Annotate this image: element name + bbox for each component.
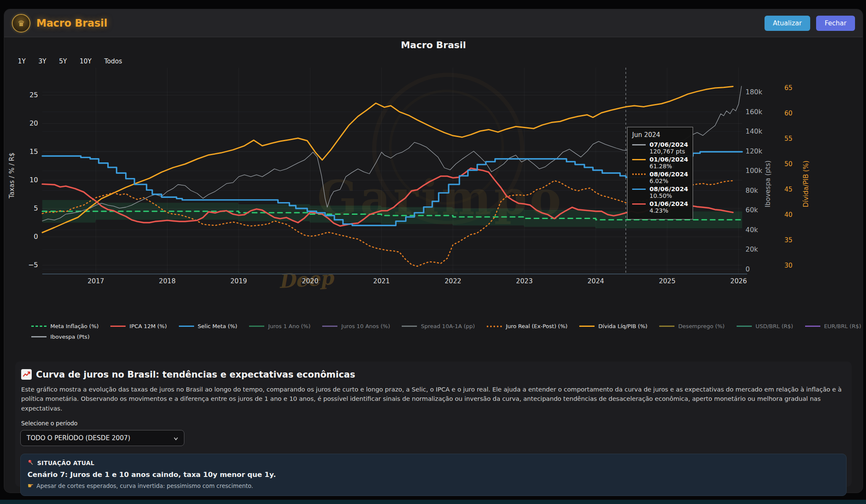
legend-row-1: Meta Inflação (%) IPCA 12M (%) Selic Met… — [31, 323, 691, 329]
legend-item[interactable]: Desemprego (%) — [659, 323, 725, 329]
legend-swatch-icon — [31, 336, 47, 337]
situacao-tip: Apesar de cortes esperados, curva invert… — [36, 482, 253, 489]
legend-swatch-icon — [249, 326, 264, 327]
x-axis-tick: 2024 — [587, 277, 604, 285]
left-axis-tick: 20 — [16, 119, 38, 127]
x-axis-tick: 2025 — [659, 277, 675, 285]
situacao-title: SITUAÇÃO ATUAL — [37, 460, 94, 466]
tooltip-row: 01/06/2024 4.23% — [632, 200, 688, 214]
left-axis-tick: 0 — [16, 233, 38, 241]
chart-plot-area[interactable] — [4, 9, 863, 360]
x-axis-tick: 2023 — [516, 277, 532, 285]
divida-axis-tick: 35 — [784, 236, 792, 244]
ibovespa-axis-tick: 100k — [745, 167, 762, 175]
legend-swatch-icon — [110, 326, 126, 327]
x-axis-tick: 2021 — [373, 277, 390, 285]
ibovespa-axis-tick: 20k — [745, 245, 758, 253]
info-paragraph: Este gráfico mostra a evolução das taxas… — [21, 385, 846, 413]
ibovespa-axis-title: Ibovespa (pts) — [764, 160, 772, 207]
divida-axis-title: Dívida/PIB (%) — [802, 161, 810, 208]
legend-swatch-icon — [31, 326, 47, 327]
legend-label: Selic Meta (%) — [198, 323, 238, 329]
tooltip-swatch-icon — [632, 173, 646, 175]
legend-label: Juros 1 Ano (%) — [268, 323, 310, 329]
x-axis-tick: 2022 — [444, 277, 461, 285]
tooltip-swatch-icon — [632, 189, 646, 190]
hover-tooltip: Jun 2024 07/06/2024 120,767 pts — [627, 127, 693, 219]
left-axis-tick: 5 — [16, 204, 38, 212]
legend-row-2: Ibovespa (Pts) — [31, 334, 691, 340]
ibovespa-axis-tick: 60k — [745, 206, 758, 214]
left-axis-tick: −5 — [16, 261, 38, 269]
legend-swatch-icon — [659, 326, 674, 327]
legend-item[interactable]: Dívida Líq/PIB (%) — [579, 323, 647, 329]
divida-axis-tick: 60 — [784, 110, 792, 117]
legend-label: Spread 10A-1A (pp) — [421, 323, 475, 329]
legend-label: IPCA 12M (%) — [129, 323, 167, 329]
ibovespa-axis-tick: 120k — [745, 147, 762, 155]
divida-axis-tick: 40 — [784, 211, 792, 219]
chevron-down-icon — [173, 436, 179, 443]
legend-label: Dívida Líq/PIB (%) — [598, 323, 647, 329]
legend-label: Juros 10 Anos (%) — [341, 323, 390, 329]
legend-label: Desemprego (%) — [678, 323, 725, 329]
legend-swatch-icon — [737, 326, 752, 327]
ibovespa-axis-tick: 0 — [745, 265, 750, 273]
ibovespa-axis-tick: 40k — [745, 226, 758, 234]
legend-item[interactable]: Juros 10 Anos (%) — [322, 323, 390, 329]
legend-item[interactable]: Juros 1 Ano (%) — [249, 323, 310, 329]
divida-axis-tick: 65 — [784, 84, 792, 92]
legend-item[interactable]: Juro Real (Ex-Post) (%) — [487, 323, 567, 329]
tooltip-date: 01/06/2024 — [650, 156, 688, 163]
legend-swatch-icon — [402, 326, 417, 327]
tooltip-swatch-icon — [632, 159, 646, 160]
chart-up-icon — [21, 369, 32, 380]
bottom-accent-strip — [0, 500, 866, 504]
tooltip-swatch-icon — [632, 144, 646, 145]
left-axis-title: Taxas / % / R$ — [8, 153, 16, 199]
legend-item[interactable]: USD/BRL (R$) — [737, 323, 793, 329]
divida-axis-tick: 30 — [784, 262, 792, 269]
x-axis-tick: 2017 — [88, 277, 104, 285]
ibovespa-axis-tick: 180k — [745, 88, 762, 96]
legend-label: Ibovespa (Pts) — [50, 334, 90, 340]
legend-label: Juro Real (Ex-Post) (%) — [506, 323, 567, 329]
tooltip-row: 01/06/2024 61.28% — [632, 156, 688, 170]
tooltip-value: 10.50% — [650, 192, 688, 199]
tooltip-value: 61.28% — [650, 163, 688, 170]
legend-item[interactable]: IPCA 12M (%) — [110, 323, 167, 329]
legend-item[interactable]: Spread 10A-1A (pp) — [402, 323, 475, 329]
tooltip-row: 07/06/2024 120,767 pts — [632, 141, 688, 155]
situacao-box: SITUAÇÃO ATUAL Cenário 7: Juros de 1 e 1… — [20, 454, 847, 496]
point-right-icon: ☛ — [27, 482, 33, 490]
left-axis-tick: 25 — [16, 91, 38, 99]
legend-swatch-icon — [322, 326, 337, 327]
divida-axis-tick: 45 — [784, 186, 792, 193]
left-axis-tick: 10 — [16, 176, 38, 184]
chart-legend: Meta Inflação (%) IPCA 12M (%) Selic Met… — [31, 323, 691, 344]
main-card: ♛ Macro Brasil Atualizar Fechar Macro Br… — [4, 9, 863, 493]
legend-swatch-icon — [805, 326, 820, 327]
tooltip-swatch-icon — [632, 203, 646, 205]
tooltip-date: 01/06/2024 — [650, 200, 688, 207]
divida-axis-tick: 55 — [784, 135, 792, 142]
tooltip-value: 6.02% — [650, 178, 688, 184]
tooltip-date: 07/06/2024 — [650, 141, 688, 148]
tooltip-row: 08/06/2024 6.02% — [632, 171, 688, 184]
legend-label: EUR/BRL (R$) — [824, 323, 861, 329]
period-select[interactable]: TODO O PERÍODO (DESDE 2007) — [20, 430, 184, 446]
legend-item[interactable]: EUR/BRL (R$) — [805, 323, 861, 329]
legend-label: Meta Inflação (%) — [50, 323, 99, 329]
info-heading: Curva de juros no Brasil: tendências e e… — [36, 370, 355, 380]
legend-item[interactable]: Ibovespa (Pts) — [31, 334, 90, 340]
period-select-value: TODO O PERÍODO (DESDE 2007) — [27, 434, 130, 442]
tooltip-value: 120,767 pts — [650, 148, 688, 155]
legend-item[interactable]: Meta Inflação (%) — [31, 323, 99, 329]
ibovespa-axis-tick: 80k — [745, 186, 758, 194]
legend-label: USD/BRL (R$) — [756, 323, 793, 329]
tooltip-row: 08/06/2024 10.50% — [632, 186, 688, 199]
legend-swatch-icon — [487, 326, 502, 327]
tooltip-date: 08/06/2024 — [650, 171, 688, 178]
tooltip-date: 08/06/2024 — [650, 186, 688, 192]
legend-item[interactable]: Selic Meta (%) — [179, 323, 238, 329]
